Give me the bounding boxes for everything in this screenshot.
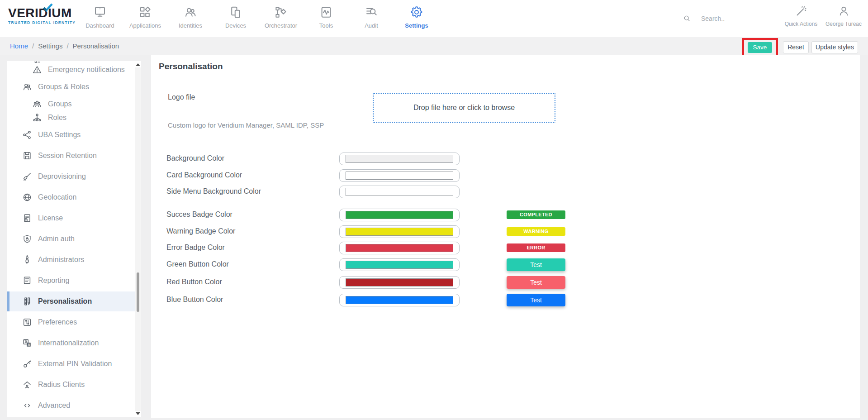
broom-icon: [22, 172, 32, 181]
orchestrator-icon: [274, 5, 288, 19]
code-icon: [22, 401, 32, 410]
logo-file-helper-text: Custom logo for Veridium Manager, SAML I…: [168, 121, 324, 129]
sidebar-item-administrators[interactable]: Administrators: [7, 253, 135, 267]
color-swatch: [346, 278, 453, 286]
color-swatch: [346, 172, 453, 180]
nav-applications[interactable]: Applications: [123, 5, 168, 29]
nav-identities[interactable]: Identities: [168, 5, 213, 29]
breadcrumb-settings[interactable]: Settings: [38, 42, 62, 50]
sidebar-item-radius-clients[interactable]: Radius Clients: [7, 378, 135, 391]
field-row-green-button-color: Green Button Color Test: [151, 258, 860, 271]
success-badge-color-input[interactable]: [339, 209, 460, 221]
background-color-input[interactable]: [339, 153, 460, 165]
field-row-card-background-color: Card Background Color: [151, 169, 860, 182]
blue-test-button[interactable]: Test: [507, 294, 565, 306]
apps-icon: [138, 5, 152, 19]
blue-button-color-input[interactable]: [339, 294, 460, 306]
sidebar-item-groups-roles[interactable]: Groups & Roles: [7, 80, 135, 94]
nav-label: Applications: [123, 22, 168, 29]
update-styles-button[interactable]: Update styles: [811, 41, 858, 53]
nav-settings[interactable]: Settings: [394, 5, 439, 29]
breadcrumb: Home/Settings/Personalisation: [10, 37, 119, 55]
search-icon: [683, 14, 691, 23]
sidebar-item-session-retention[interactable]: Session Retention: [7, 149, 135, 162]
save-button[interactable]: Save: [748, 42, 772, 53]
sidebar-item-emergency-notifications[interactable]: Emergency notifications: [7, 63, 135, 76]
people-icon: [184, 5, 197, 19]
reset-button[interactable]: Reset: [783, 41, 809, 53]
field-label: Blue Button Color: [166, 296, 223, 304]
field-label: Background Color: [166, 154, 224, 162]
color-swatch: [346, 211, 453, 219]
field-label: Red Button Color: [166, 278, 222, 286]
sidebar-item-deprovisioning[interactable]: Deprovisioning: [7, 170, 135, 183]
nav-devices[interactable]: Devices: [213, 5, 258, 29]
nav-audit[interactable]: Audit: [349, 5, 394, 29]
translate-icon: [22, 338, 32, 348]
nav-dashboard[interactable]: Dashboard: [77, 5, 123, 29]
nav-label: Settings: [394, 22, 439, 29]
scroll-up-arrow-icon[interactable]: [136, 63, 140, 66]
color-swatch: [346, 244, 453, 252]
search-input[interactable]: Search..: [681, 11, 774, 26]
sidebar-scrollbar-track[interactable]: [135, 67, 141, 411]
sidebar-item-external-pin-validation[interactable]: External PIN Validation: [7, 357, 135, 371]
card-background-color-input[interactable]: [339, 169, 460, 182]
color-swatch: [346, 261, 453, 269]
users-icon: [22, 82, 32, 92]
nav-label: Tools: [304, 22, 349, 29]
field-label: Side Menu Background Color: [166, 187, 261, 196]
sidebar-scrollbar-thumb[interactable]: [137, 272, 139, 312]
error-badge-color-input[interactable]: [339, 242, 460, 254]
monitor-icon: [93, 5, 107, 19]
warning-badge-preview: WARNING: [507, 227, 565, 236]
gear-icon: [410, 5, 423, 19]
sidebar-item-geolocation[interactable]: Geolocation: [7, 191, 135, 204]
sidebar-item-preferences[interactable]: Preferences: [7, 315, 135, 329]
red-button-color-input[interactable]: [339, 276, 460, 289]
sidebar-item-license[interactable]: License: [7, 211, 135, 225]
antenna-icon: [22, 380, 32, 390]
sidebar-item-internationalization[interactable]: Internationalization: [7, 336, 135, 350]
green-test-button[interactable]: Test: [507, 258, 565, 271]
personalisation-panel: Personalisation Logo file Drop file here…: [151, 55, 860, 418]
logo-dropzone[interactable]: Drop file here or click to browse: [373, 93, 555, 123]
field-row-success-badge-color: Succes Badge Color COMPLETED: [151, 209, 860, 221]
nav-tools[interactable]: Tools: [304, 5, 349, 29]
nav-label: Audit: [349, 22, 394, 29]
scroll-down-arrow-icon[interactable]: [136, 412, 140, 415]
shield-lock-icon: [22, 234, 32, 244]
breadcrumb-separator: /: [66, 42, 68, 50]
red-test-button[interactable]: Test: [507, 276, 565, 289]
audit-icon: [365, 5, 378, 19]
report-icon: [22, 276, 32, 286]
nav-label: Orchestrator: [258, 22, 304, 29]
warning-badge-color-input[interactable]: [339, 225, 460, 238]
field-label: Warning Badge Color: [166, 227, 235, 235]
veridium-logo[interactable]: VERIDIUM TRUSTED DIGITAL IDENTITY: [8, 6, 81, 25]
field-row-warning-badge-color: Warning Badge Color WARNING: [151, 225, 860, 238]
color-swatch: [346, 296, 453, 304]
breadcrumb-separator: /: [32, 42, 34, 50]
doc-lock-icon: [22, 213, 32, 223]
sidebar-item-personalisation[interactable]: Personalisation: [7, 291, 135, 311]
field-row-side-menu-background-color: Side Menu Background Color: [151, 186, 860, 198]
roles-icon: [32, 113, 42, 123]
devices-icon: [229, 5, 242, 19]
breadcrumb-home-link[interactable]: Home: [10, 42, 28, 50]
user-menu[interactable]: George Tureac: [823, 5, 864, 27]
sidebar-item-advanced[interactable]: Advanced: [7, 399, 135, 412]
error-badge-preview: ERROR: [507, 243, 565, 252]
quick-actions-button[interactable]: Quick Actions: [781, 5, 821, 27]
nav-label: Dashboard: [77, 22, 123, 29]
ruler-pencil-icon: [22, 296, 32, 306]
sidebar-item-reporting[interactable]: Reporting: [7, 274, 135, 287]
nav-orchestrator[interactable]: Orchestrator: [258, 5, 304, 29]
green-button-color-input[interactable]: [339, 258, 460, 271]
sidebar-item-uba-settings[interactable]: UBA Settings: [7, 128, 135, 142]
side-menu-background-color-input[interactable]: [339, 186, 460, 198]
sidebar-item-groups[interactable]: Groups: [7, 97, 135, 111]
field-row-blue-button-color: Blue Button Color Test: [151, 294, 860, 306]
sidebar-item-roles[interactable]: Roles: [7, 111, 135, 124]
sidebar-item-admin-auth[interactable]: Admin auth: [7, 232, 135, 246]
